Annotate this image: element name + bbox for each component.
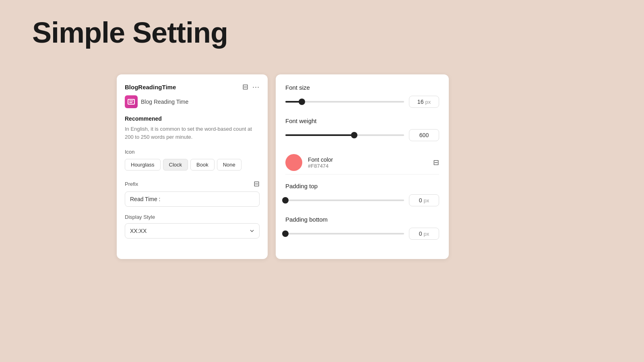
padding-bottom-value: 0: [419, 230, 422, 237]
plugin-display-name: Blog Reading Time: [141, 99, 188, 105]
page-title: Simple Setting: [32, 16, 228, 49]
padding-top-value: 0: [419, 197, 422, 204]
more-options-icon[interactable]: ···: [252, 83, 260, 91]
padding-bottom-setting: Padding bottom 0 px: [285, 216, 439, 240]
plugin-row: Blog Reading Time: [125, 95, 260, 108]
icon-options: Hourglass Clock Book None: [125, 159, 260, 171]
font-color-hex: #F87474: [308, 163, 427, 169]
display-style-select[interactable]: XX:XX HH:MM: [125, 223, 260, 239]
font-color-setting: Font color #F87474 ⊟: [285, 151, 439, 175]
padding-bottom-slider-row: 0 px: [285, 228, 439, 240]
prefix-db-icon[interactable]: ⊟: [254, 179, 260, 188]
database-icon[interactable]: ⊟: [242, 82, 248, 91]
icon-field-label: Icon: [125, 149, 260, 155]
font-weight-slider-fill: [285, 134, 354, 136]
padding-top-setting: Padding top 0 px: [285, 183, 439, 206]
padding-bottom-value-box: 0 px: [409, 228, 439, 240]
padding-top-value-box: 0 px: [409, 194, 439, 206]
padding-bottom-label: Padding bottom: [285, 216, 439, 223]
font-size-setting: Font size 16 px: [285, 84, 439, 108]
plugin-icon-box: [125, 95, 138, 108]
padding-top-label: Padding top: [285, 183, 439, 189]
font-weight-slider-track[interactable]: [285, 134, 404, 136]
font-size-slider-thumb[interactable]: [299, 99, 305, 105]
recommended-label: Recommened: [125, 115, 260, 122]
font-size-slider-row: 16 px: [285, 96, 439, 108]
plugin-icon: [128, 99, 135, 105]
font-size-slider-track[interactable]: [285, 101, 404, 103]
display-style-label: Display Style: [125, 214, 260, 220]
header-icons: ⊟ ···: [242, 82, 260, 91]
font-size-value-box: 16 px: [409, 96, 439, 108]
padding-top-slider-track[interactable]: [285, 200, 404, 201]
font-weight-setting: Font weight 600: [285, 117, 439, 141]
padding-top-slider-thumb[interactable]: [282, 197, 289, 204]
font-weight-slider-row: 600: [285, 129, 439, 141]
padding-bottom-slider-track[interactable]: [285, 233, 404, 234]
font-size-label: Font size: [285, 84, 439, 91]
font-weight-slider-thumb[interactable]: [351, 132, 357, 138]
plugin-name-title: BlogReadingTime: [125, 84, 176, 90]
recommended-desc: In English, it is common to set the word…: [125, 125, 260, 141]
color-info: Font color #F87474: [308, 156, 427, 169]
padding-top-unit: px: [424, 197, 429, 204]
right-panel: Font size 16 px Font weight: [276, 74, 449, 259]
font-size-unit: px: [425, 99, 431, 105]
font-weight-label: Font weight: [285, 117, 439, 124]
icon-option-none[interactable]: None: [217, 159, 242, 171]
color-swatch[interactable]: [285, 154, 302, 171]
icon-option-hourglass[interactable]: Hourglass: [125, 159, 161, 171]
left-panel: BlogReadingTime ⊟ ··· Blog Reading Time …: [117, 74, 268, 259]
font-weight-value-box: 600: [409, 129, 439, 141]
panel-header: BlogReadingTime ⊟ ···: [125, 82, 260, 91]
font-weight-value: 600: [419, 132, 429, 138]
prefix-label: Prefix: [125, 181, 138, 187]
font-color-label: Font color: [308, 156, 427, 163]
padding-bottom-unit: px: [424, 231, 429, 237]
icon-option-book[interactable]: Book: [190, 159, 215, 171]
prefix-row: Prefix ⊟: [125, 179, 260, 188]
padding-bottom-slider-thumb[interactable]: [282, 230, 289, 237]
font-size-value: 16: [417, 99, 424, 105]
prefix-input[interactable]: [125, 191, 260, 207]
icon-option-clock[interactable]: Clock: [163, 159, 188, 171]
font-color-db-icon[interactable]: ⊟: [433, 158, 439, 167]
panels-container: BlogReadingTime ⊟ ··· Blog Reading Time …: [117, 74, 449, 259]
padding-top-slider-row: 0 px: [285, 194, 439, 206]
